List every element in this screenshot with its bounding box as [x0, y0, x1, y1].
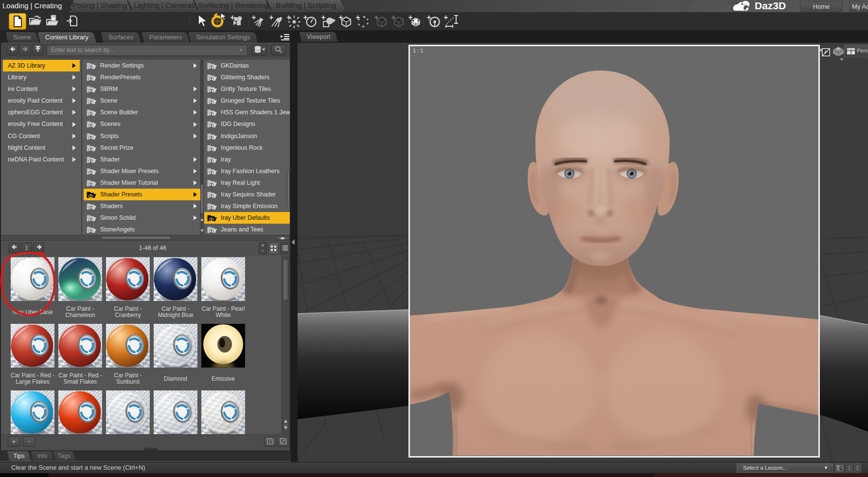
svg-text:S: S: [210, 148, 213, 151]
svg-text:S: S: [89, 230, 92, 233]
svg-text:S: S: [210, 101, 213, 104]
svg-text:S: S: [210, 206, 213, 210]
svg-text:S: S: [210, 171, 213, 175]
svg-text:Building | Scripting: Building | Scripting: [276, 1, 336, 9]
svg-text:S: S: [89, 66, 92, 69]
svg-text:S: S: [210, 124, 213, 127]
svg-text:S: S: [210, 66, 213, 69]
svg-text:S: S: [89, 101, 92, 104]
svg-text:S: S: [89, 124, 92, 127]
svg-text:S: S: [89, 136, 92, 140]
svg-text:S: S: [210, 136, 213, 140]
svg-text:S: S: [210, 89, 213, 92]
svg-text:S: S: [210, 159, 213, 163]
svg-text:S: S: [89, 77, 92, 81]
svg-text:S: S: [89, 112, 92, 116]
svg-text:Surfacing | Rendering: Surfacing | Rendering: [198, 1, 269, 9]
svg-text:S: S: [210, 230, 213, 233]
svg-text:S: S: [89, 159, 92, 163]
svg-text:S: S: [210, 218, 213, 221]
svg-text:S: S: [210, 77, 213, 81]
svg-text:S: S: [89, 206, 92, 210]
svg-text:S: S: [89, 218, 92, 221]
svg-text:S: S: [89, 89, 92, 92]
svg-text:Lighting | Cameras: Lighting | Cameras: [134, 1, 195, 9]
svg-text:S: S: [210, 112, 213, 116]
svg-text:S: S: [89, 148, 92, 151]
svg-text:S: S: [89, 171, 92, 175]
svg-text:S: S: [210, 183, 213, 186]
svg-text:S: S: [89, 194, 92, 198]
svg-text:Posing | Shaping: Posing | Shaping: [72, 1, 127, 9]
svg-text:S: S: [89, 183, 92, 186]
svg-text:S: S: [210, 194, 213, 198]
